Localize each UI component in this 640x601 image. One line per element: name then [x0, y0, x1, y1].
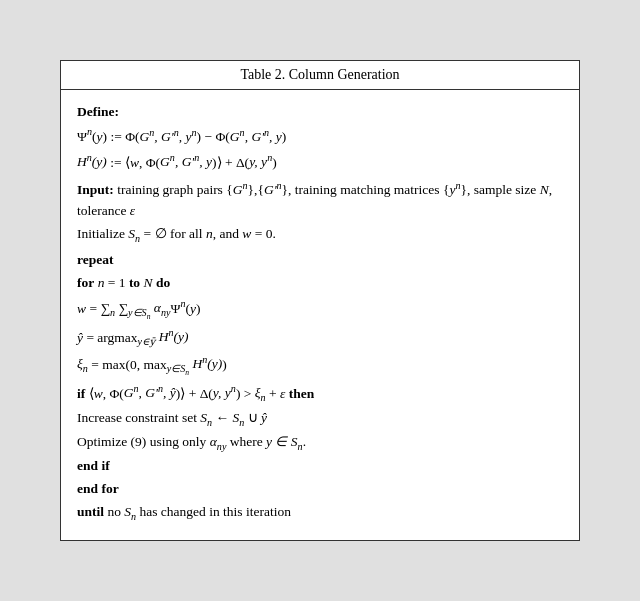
h-definition: Hn(y) := ⟨w, Φ(Gn, G'n, y)⟩ + Δ(y, yn) — [77, 150, 563, 173]
end-if-label: end if — [77, 456, 563, 477]
w-update: w = ∑n ∑y∈Sn αnyΨn(y) — [77, 296, 563, 323]
xi-update: ξn = max(0, maxy∈Sn Hn(y)) — [77, 352, 563, 379]
table-body: Define: Ψn(y) := Φ(Gn, G'n, yn) − Φ(Gn, … — [61, 90, 579, 541]
algorithm-table: Table 2. Column Generation Define: Ψn(y)… — [60, 60, 580, 542]
yhat-update: ŷ = argmaxy∈ȳ Hn(y) — [77, 325, 563, 350]
define-label: Define: — [77, 102, 563, 123]
if-condition: if ⟨w, Φ(Gn, G'n, ŷ)⟩ + Δ(y, yn) > ξn + … — [77, 381, 563, 406]
end-for-label: end for — [77, 479, 563, 500]
repeat-label: repeat — [77, 250, 563, 271]
input-label: Input: training graph pairs {Gn},{G'n}, … — [77, 177, 563, 221]
optimize-line: Optimize (9) using only αny where y ∈ Sn… — [77, 432, 563, 454]
for-loop-label: for n = 1 to N do — [77, 273, 563, 294]
psi-definition: Ψn(y) := Φ(Gn, G'n, yn) − Φ(Gn, G'n, y) — [77, 124, 563, 147]
increase-constraint: Increase constraint set Sn ← Sn ∪ ŷ — [77, 408, 563, 430]
table-title: Table 2. Column Generation — [61, 61, 579, 90]
initialize-line: Initialize Sn = ∅ for all n, and w = 0. — [77, 224, 563, 246]
until-label: until no Sn has changed in this iteratio… — [77, 502, 563, 524]
